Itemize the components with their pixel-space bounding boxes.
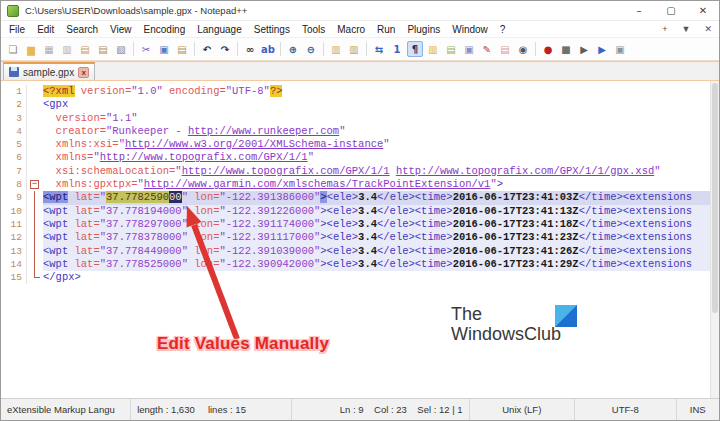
code-text[interactable]: <?xml version="1.0" encoding="UTF-8"?>: [43, 85, 710, 98]
line-number: 5: [1, 138, 27, 151]
code-text[interactable]: xsi:schemaLocation="http://www.topografi…: [43, 165, 710, 178]
menu-item-settings[interactable]: Settings: [248, 23, 296, 36]
save-all-icon[interactable]: ▥: [59, 41, 75, 57]
sync-vertical-icon[interactable]: ▥: [328, 41, 344, 57]
code-text[interactable]: <gpx: [43, 98, 710, 111]
code-text[interactable]: xmlns:gpxtpx="http://www.garmin.com/xmls…: [43, 178, 710, 191]
menu-item-search[interactable]: Search: [60, 23, 104, 36]
macro-multi-run-icon[interactable]: ▣: [612, 41, 628, 57]
print-icon[interactable]: ▧: [113, 41, 129, 57]
doc-switcher-icon[interactable]: ▤: [497, 41, 513, 57]
code-line[interactable]: 9<wpt lat="37.778259000" lon="-122.39138…: [1, 191, 710, 204]
code-text[interactable]: <wpt lat="37.778297000" lon="-122.391174…: [43, 218, 710, 231]
copy-icon[interactable]: ▣: [156, 41, 172, 57]
code-text[interactable]: creator="Runkeeper - http://www.runkeepe…: [43, 125, 710, 138]
code-line[interactable]: 12<wpt lat="37.778378000" lon="-122.3911…: [1, 231, 710, 244]
code-line[interactable]: 8− xmlns:gpxtpx="http://www.garmin.com/x…: [1, 178, 710, 191]
menu-item-help[interactable]: ?: [494, 23, 512, 36]
menu-item-edit[interactable]: Edit: [31, 23, 60, 36]
monitoring-eye-icon[interactable]: ◉: [515, 41, 531, 57]
code-text[interactable]: <wpt lat="37.778525000" lon="-122.390942…: [43, 258, 710, 271]
code-line[interactable]: 3 version="1.1": [1, 112, 710, 125]
scrollbar-thumb[interactable]: [712, 83, 718, 313]
word-wrap-icon[interactable]: ¶: [407, 41, 423, 57]
cut-icon[interactable]: ✂: [138, 41, 154, 57]
code-text[interactable]: version="1.1": [43, 112, 710, 125]
code-text[interactable]: <wpt lat="37.778259000" lon="-122.391386…: [43, 191, 710, 204]
macro-save-icon[interactable]: ▶: [594, 41, 610, 57]
nav-one-icon[interactable]: 1: [389, 41, 405, 57]
tab-list-caret-icon[interactable]: ▼: [675, 24, 698, 34]
vertical-scrollbar[interactable]: [710, 81, 719, 399]
zoom-in-icon[interactable]: ⊕: [285, 41, 301, 57]
code-text[interactable]: </gpx>: [43, 271, 710, 284]
fold-marker-start[interactable]: −: [27, 178, 43, 191]
macro-record-icon[interactable]: ●: [540, 41, 556, 57]
new-tab-plus-icon[interactable]: +: [655, 24, 674, 34]
menu-item-view[interactable]: View: [104, 23, 138, 36]
code-line[interactable]: 1<?xml version="1.0" encoding="UTF-8"?>: [1, 85, 710, 98]
doc-map-icon[interactable]: ▣: [461, 41, 477, 57]
macro-stop-icon[interactable]: ■: [558, 41, 574, 57]
open-folder-icon[interactable]: ▆: [23, 41, 39, 57]
maximize-button[interactable]: ▢: [655, 1, 687, 20]
code-line[interactable]: 11<wpt lat="37.778297000" lon="-122.3911…: [1, 218, 710, 231]
zoom-out-icon[interactable]: ⊖: [303, 41, 319, 57]
menu-item-run[interactable]: Run: [371, 23, 401, 36]
paste-icon[interactable]: ▤: [174, 41, 190, 57]
menu-item-language[interactable]: Language: [191, 23, 248, 36]
menu-item-encoding[interactable]: Encoding: [138, 23, 192, 36]
save-icon[interactable]: ▦: [41, 41, 57, 57]
undo-icon[interactable]: ↶: [199, 41, 215, 57]
toolbar-separator: [194, 42, 195, 56]
show-symbols-icon[interactable]: ▥: [425, 41, 441, 57]
replace-icon[interactable]: ab: [260, 41, 276, 57]
window-title: C:\Users\USER\Downloads\sample.gpx - Not…: [25, 5, 623, 16]
code-line[interactable]: 7 xsi:schemaLocation="http://www.topogra…: [1, 165, 710, 178]
close-all-icon[interactable]: ▤: [95, 41, 111, 57]
status-bar: eXtensible Markup Langu length : 1,630 l…: [1, 398, 719, 420]
fold-marker-line: [27, 218, 43, 231]
close-file-icon[interactable]: ▤: [77, 41, 93, 57]
code-line[interactable]: 4 creator="Runkeeper - http://www.runkee…: [1, 125, 710, 138]
status-encoding: UTF-8: [575, 399, 677, 420]
code-text[interactable]: xmlns="http://www.topografix.com/GPX/1/1…: [43, 151, 710, 164]
menu-item-tools[interactable]: Tools: [296, 23, 331, 36]
code-text[interactable]: <wpt lat="37.778449000" lon="-122.391039…: [43, 245, 710, 258]
code-line[interactable]: 15</gpx>: [1, 271, 710, 284]
menu-item-plugins[interactable]: Plugins: [401, 23, 446, 36]
code-text[interactable]: xmlns:xsi="http://www.w3.org/2001/XMLSch…: [43, 138, 710, 151]
tab-close-icon[interactable]: x: [78, 67, 89, 78]
fold-margin: [27, 151, 43, 164]
code-text[interactable]: <wpt lat="37.778378000" lon="-122.391117…: [43, 231, 710, 244]
toolbar-separator: [323, 42, 324, 56]
status-length-lines: length : 1,630 lines : 15: [131, 399, 292, 420]
code-line[interactable]: 13<wpt lat="37.778449000" lon="-122.3910…: [1, 245, 710, 258]
fold-marker-line: [27, 191, 43, 204]
close-button[interactable]: ✕: [687, 1, 719, 20]
code-line[interactable]: 6 xmlns="http://www.topografix.com/GPX/1…: [1, 151, 710, 164]
code-line[interactable]: 10<wpt lat="37.778194000" lon="-122.3912…: [1, 205, 710, 218]
find-icon[interactable]: ∞: [242, 41, 258, 57]
nav-arrows-icon[interactable]: ⇆: [371, 41, 387, 57]
new-file-icon[interactable]: ❏: [5, 41, 21, 57]
code-line[interactable]: 14<wpt lat="37.778525000" lon="-122.3909…: [1, 258, 710, 271]
code-line[interactable]: 2<gpx: [1, 98, 710, 111]
editor-area[interactable]: 1<?xml version="1.0" encoding="UTF-8"?>2…: [1, 81, 719, 399]
line-number: 4: [1, 125, 27, 138]
sync-horizontal-icon[interactable]: ▥: [346, 41, 362, 57]
redo-icon[interactable]: ↷: [217, 41, 233, 57]
tab-sample-gpx[interactable]: sample.gpx x: [3, 62, 95, 80]
indent-guide-icon[interactable]: ▤: [443, 41, 459, 57]
minimize-button[interactable]: –: [623, 1, 655, 20]
close-tab-x-icon[interactable]: ✕: [697, 24, 719, 34]
line-number: 14: [1, 258, 27, 271]
code-line[interactable]: 5 xmlns:xsi="http://www.w3.org/2001/XMLS…: [1, 138, 710, 151]
code-text[interactable]: <wpt lat="37.778194000" lon="-122.391226…: [43, 205, 710, 218]
fold-margin: [27, 98, 43, 111]
menu-item-file[interactable]: File: [3, 23, 31, 36]
menu-item-window[interactable]: Window: [446, 23, 494, 36]
macro-play-icon[interactable]: ▶: [576, 41, 592, 57]
edit-pencil-icon[interactable]: ✎: [479, 41, 495, 57]
menu-item-macro[interactable]: Macro: [331, 23, 371, 36]
